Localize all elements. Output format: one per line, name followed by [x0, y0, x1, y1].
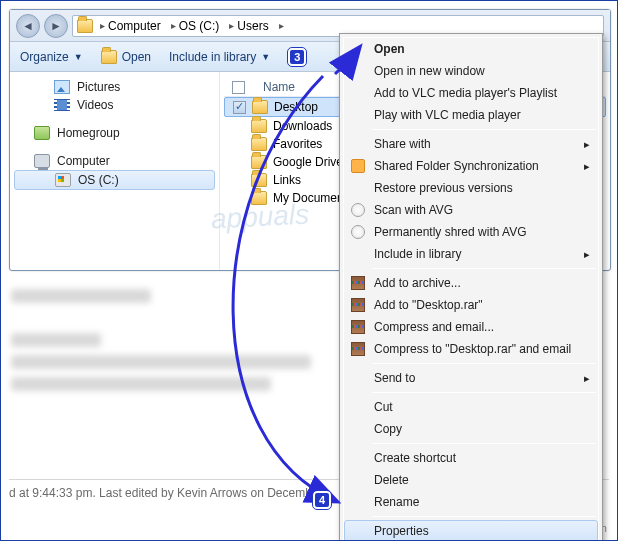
- menu-rename[interactable]: Rename: [344, 491, 598, 513]
- sidebar-item-videos[interactable]: Videos: [10, 96, 219, 114]
- folder-icon: [251, 119, 267, 133]
- breadcrumb-segment[interactable]: ▸Users: [226, 18, 271, 34]
- menu-copy[interactable]: Copy: [344, 418, 598, 440]
- computer-icon: [34, 154, 50, 168]
- winrar-icon: [351, 298, 365, 312]
- back-button[interactable]: ◄: [16, 14, 40, 38]
- winrar-icon: [351, 320, 365, 334]
- menu-compress-rar-email[interactable]: Compress to "Desktop.rar" and email: [344, 338, 598, 360]
- select-all-checkbox[interactable]: [232, 81, 245, 94]
- folder-icon: [251, 155, 267, 169]
- background-watermark: appuals: [210, 198, 310, 235]
- homegroup-icon: [34, 126, 50, 140]
- item-checkbox[interactable]: [233, 101, 246, 114]
- menu-add-desktop-rar[interactable]: Add to "Desktop.rar": [344, 294, 598, 316]
- folder-icon: [252, 100, 268, 114]
- menu-separator: [372, 516, 596, 517]
- videos-icon: [54, 99, 70, 111]
- menu-share-with[interactable]: Share with▸: [344, 133, 598, 155]
- sidebar-item-computer[interactable]: Computer: [10, 152, 219, 170]
- menu-scan-avg[interactable]: Scan with AVG: [344, 199, 598, 221]
- sidebar-item-os-drive[interactable]: OS (C:): [14, 170, 215, 190]
- menu-properties[interactable]: Properties: [344, 520, 598, 541]
- winrar-icon: [351, 276, 365, 290]
- annotation-step-4: 4: [313, 491, 331, 509]
- breadcrumb-root: Computer: [108, 19, 161, 33]
- breadcrumb-folder: Users: [237, 19, 268, 33]
- folder-open-icon: [101, 50, 117, 64]
- menu-cut[interactable]: Cut: [344, 396, 598, 418]
- sidebar-item-homegroup[interactable]: Homegroup: [10, 124, 219, 142]
- menu-open-new-window[interactable]: Open in new window: [344, 60, 598, 82]
- menu-open[interactable]: Open: [344, 38, 598, 60]
- folder-icon: [77, 19, 93, 33]
- pictures-icon: [54, 80, 70, 94]
- organize-button[interactable]: Organize▼: [20, 50, 83, 64]
- menu-separator: [372, 129, 596, 130]
- avg-icon: [351, 203, 365, 217]
- open-button[interactable]: Open: [101, 50, 151, 64]
- annotation-step-3: 3: [288, 48, 306, 66]
- submenu-arrow-icon: ▸: [584, 138, 590, 151]
- menu-delete[interactable]: Delete: [344, 469, 598, 491]
- menu-vlc-playlist[interactable]: Add to VLC media player's Playlist: [344, 82, 598, 104]
- menu-add-archive[interactable]: Add to archive...: [344, 272, 598, 294]
- folder-icon: [251, 173, 267, 187]
- navigation-sidebar: Pictures Videos Homegroup Computer OS (C…: [10, 72, 220, 270]
- menu-shred-avg[interactable]: Permanently shred with AVG: [344, 221, 598, 243]
- breadcrumb-segment[interactable]: ▸OS (C:): [168, 18, 223, 34]
- submenu-arrow-icon: ▸: [584, 372, 590, 385]
- obscured-background-text: [11, 281, 341, 399]
- menu-separator: [372, 443, 596, 444]
- sidebar-item-pictures[interactable]: Pictures: [10, 78, 219, 96]
- menu-create-shortcut[interactable]: Create shortcut: [344, 447, 598, 469]
- menu-include-library[interactable]: Include in library▸: [344, 243, 598, 265]
- avg-icon: [351, 225, 365, 239]
- breadcrumb-drive: OS (C:): [179, 19, 220, 33]
- menu-restore-versions[interactable]: Restore previous versions: [344, 177, 598, 199]
- winrar-icon: [351, 342, 365, 356]
- include-library-button[interactable]: Include in library▼: [169, 50, 270, 64]
- sync-icon: [351, 159, 365, 173]
- menu-separator: [372, 268, 596, 269]
- breadcrumb-more[interactable]: ▸: [276, 19, 287, 32]
- menu-separator: [372, 392, 596, 393]
- forward-button[interactable]: ►: [44, 14, 68, 38]
- menu-compress-email[interactable]: Compress and email...: [344, 316, 598, 338]
- folder-icon: [251, 137, 267, 151]
- context-menu: Open Open in new window Add to VLC media…: [339, 33, 603, 541]
- menu-shared-folder-sync[interactable]: Shared Folder Synchronization▸: [344, 155, 598, 177]
- breadcrumb-segment[interactable]: ▸Computer: [97, 18, 164, 34]
- submenu-arrow-icon: ▸: [584, 160, 590, 173]
- menu-vlc-play[interactable]: Play with VLC media player: [344, 104, 598, 126]
- menu-send-to[interactable]: Send to▸: [344, 367, 598, 389]
- menu-separator: [372, 363, 596, 364]
- os-drive-icon: [55, 173, 71, 187]
- submenu-arrow-icon: ▸: [584, 248, 590, 261]
